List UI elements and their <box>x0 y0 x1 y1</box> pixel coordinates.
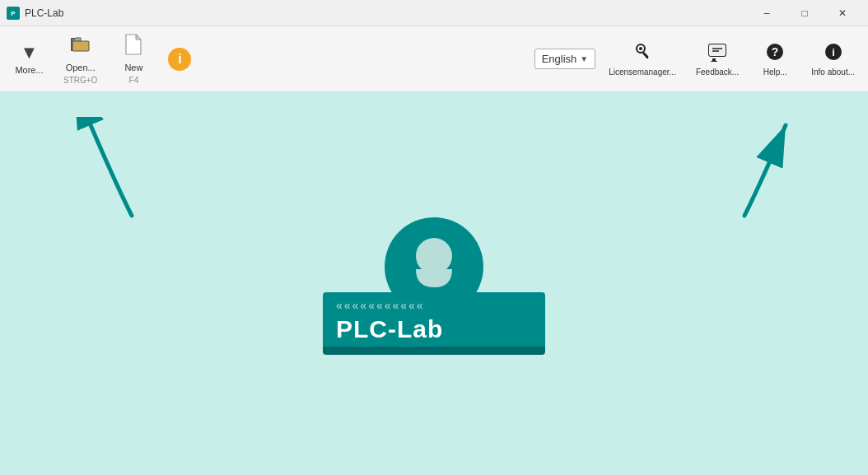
toolbar-left: ▼ More... Open... STRG+O <box>7 28 191 90</box>
title-bar: P PLC-Lab – □ ✕ <box>0 0 868 26</box>
open-button[interactable]: Open... STRG+O <box>55 28 105 90</box>
logo-container: ««««««««««« PLC-Lab <box>323 213 545 355</box>
svg-text:P: P <box>11 10 16 17</box>
help-icon: ? <box>765 42 785 65</box>
open-shortcut: STRG+O <box>63 76 97 85</box>
license-manager-button[interactable]: Licensemanager... <box>602 39 683 80</box>
new-icon <box>122 33 145 59</box>
svg-rect-6 <box>72 41 89 51</box>
app-title: PLC-Lab <box>25 7 63 19</box>
language-selector[interactable]: English ▼ <box>534 49 596 69</box>
svg-point-17 <box>639 47 642 50</box>
info-circle-label: i <box>178 52 181 67</box>
toolbar: ▼ More... Open... STRG+O <box>0 26 868 92</box>
svg-point-33 <box>416 238 452 274</box>
feedback-button[interactable]: Feedback... <box>689 39 745 80</box>
info-about-icon: i <box>824 42 843 65</box>
info-circle-button[interactable]: i <box>168 48 191 71</box>
new-label: New <box>124 63 142 72</box>
language-dropdown-arrow: ▼ <box>580 54 588 63</box>
main-content: ««««««««««« PLC-Lab <box>0 92 868 475</box>
maximize-button[interactable]: □ <box>786 0 824 26</box>
svg-rect-21 <box>709 44 726 56</box>
svg-rect-23 <box>711 61 717 62</box>
feedback-icon <box>707 42 727 65</box>
title-bar-left: P PLC-Lab <box>7 7 63 20</box>
more-button[interactable]: ▼ More... <box>7 39 52 80</box>
logo-text: PLC-Lab <box>336 315 532 343</box>
app-icon: P <box>7 7 20 20</box>
left-arrow <box>49 117 148 227</box>
info-about-label: Info about... <box>811 68 855 77</box>
svg-text:i: i <box>832 46 835 58</box>
more-icon: ▼ <box>21 44 39 62</box>
logo-chevrons: ««««««««««« <box>336 299 532 312</box>
more-label: More... <box>15 65 43 75</box>
info-about-button[interactable]: i Info about... <box>805 39 861 80</box>
new-shortcut: F4 <box>129 76 139 85</box>
feedback-label: Feedback... <box>696 68 739 77</box>
help-label: Help... <box>763 68 787 77</box>
toolbar-right: English ▼ Licensemanager... <box>534 39 861 80</box>
svg-text:?: ? <box>772 45 779 58</box>
new-button[interactable]: New F4 <box>109 28 158 90</box>
license-manager-label: Licensemanager... <box>609 68 676 77</box>
help-button[interactable]: ? Help... <box>752 39 798 80</box>
right-arrow <box>728 117 827 227</box>
svg-marker-15 <box>136 35 141 40</box>
svg-rect-22 <box>712 58 716 61</box>
window-controls: – □ ✕ <box>748 0 861 26</box>
license-manager-icon <box>632 42 652 65</box>
open-label: Open... <box>66 63 96 72</box>
close-button[interactable]: ✕ <box>824 0 861 26</box>
logo-banner-bottom <box>323 347 545 355</box>
open-icon <box>69 33 92 59</box>
logo-banner: ««««««««««« PLC-Lab <box>323 292 545 347</box>
minimize-button[interactable]: – <box>748 0 786 26</box>
language-label: English <box>542 53 577 65</box>
